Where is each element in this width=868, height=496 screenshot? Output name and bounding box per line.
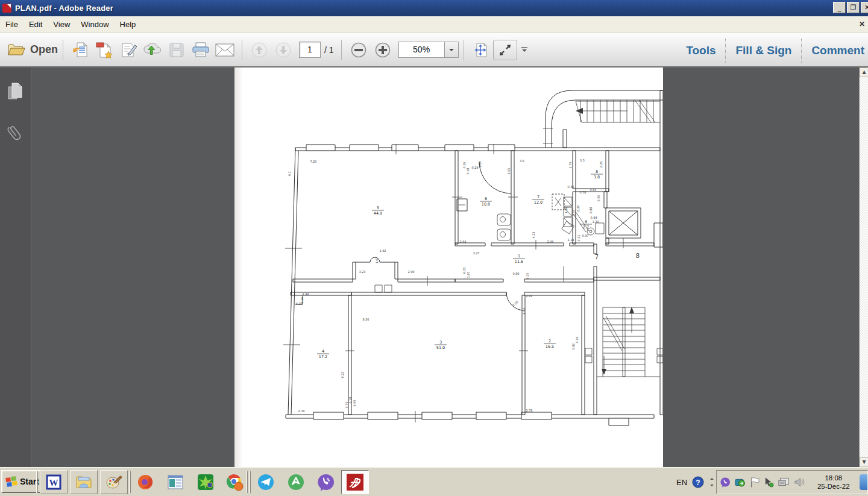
room-number-label: 8 (596, 169, 598, 174)
print-button[interactable] (189, 37, 213, 63)
taskbar-green-app-button[interactable] (282, 470, 310, 494)
dimension-label: 0.56 (597, 195, 600, 201)
full-screen-button[interactable] (493, 40, 517, 60)
toolbar: Open (0, 33, 868, 67)
folder-icon (75, 474, 92, 490)
save-button[interactable] (165, 37, 189, 63)
green-send-icon (287, 473, 305, 491)
dimension-label: 3.6 (520, 159, 524, 163)
expander-arrows-icon (709, 476, 715, 488)
page-number-input[interactable]: 1 (299, 42, 321, 58)
tray-clock[interactable]: 18:08 25-Dec-22 (813, 474, 854, 491)
pdf-page[interactable]: 544.9610.8712.083.892.7111.6417.2351.021… (234, 67, 663, 467)
tray-date: 25-Dec-22 (813, 482, 854, 491)
dimension-label: 6.1 (288, 171, 291, 176)
document-close-icon[interactable]: ✕ (859, 20, 867, 28)
zoom-dropdown-button[interactable] (444, 42, 459, 58)
menu-file[interactable]: File (0, 17, 24, 31)
export-pdf-icon (71, 41, 89, 59)
room-area-label: 44.9 (374, 211, 382, 216)
overflow-chevron-icon (521, 47, 528, 53)
taskbar-adobe-reader-button[interactable] (341, 470, 369, 494)
zoom-level-input[interactable]: 50% (398, 42, 444, 58)
dimension-label: 2.44 (302, 292, 309, 296)
elevator-shaft (606, 208, 663, 247)
scroll-up-icon[interactable]: ▲ (860, 67, 868, 77)
next-page-button[interactable] (271, 37, 295, 63)
menu-view[interactable]: View (48, 17, 75, 31)
taskbar-antivirus-button[interactable] (192, 470, 219, 494)
tray-network-icon[interactable] (735, 477, 745, 488)
tray-overflow-window-icon[interactable] (860, 474, 867, 490)
email-button[interactable] (213, 37, 237, 63)
vertical-scrollbar[interactable]: ▲ ▼ (859, 67, 868, 467)
taskbar-word-button[interactable]: W (40, 470, 68, 494)
scroll-down-icon[interactable]: ▼ (860, 457, 868, 467)
dimension-label: 0.65 (590, 188, 596, 192)
open-button[interactable]: Open (7, 37, 58, 63)
tray-display-icon[interactable] (778, 477, 790, 488)
menu-help[interactable]: Help (115, 17, 142, 31)
taskbar-explorer-button[interactable] (70, 470, 98, 494)
tray-viber-icon[interactable] (720, 477, 731, 488)
dimension-label: 0.20 (295, 302, 302, 306)
adobe-reader-icon (2, 4, 11, 13)
dimension-label: 0.92 (571, 343, 575, 350)
room-area-label: 2.7 (583, 225, 589, 230)
minimize-button[interactable]: _ (833, 2, 846, 13)
page-thumbnails-icon (6, 81, 25, 104)
taskbar-viber-button[interactable] (312, 470, 340, 494)
room-number-label: 7 (537, 195, 539, 199)
dimension-label: 2.35 (576, 205, 580, 212)
zoom-out-button[interactable] (347, 37, 371, 63)
print-icon (191, 41, 210, 59)
taskbar-app-window-button[interactable] (162, 470, 189, 494)
dimension-label: 0.98 (589, 207, 593, 213)
previous-page-button[interactable] (247, 37, 271, 63)
menu-edit[interactable]: Edit (24, 17, 48, 31)
tab-tools[interactable]: Tools (676, 44, 725, 57)
start-button[interactable]: Start (1, 470, 46, 493)
svg-text:W: W (49, 478, 58, 488)
title-bar: PLAN.pdf - Adobe Reader _ ❐ ✕ (0, 0, 868, 16)
taskbar-telegram-button[interactable] (252, 470, 280, 494)
close-button[interactable]: ✕ (861, 2, 868, 13)
zoom-in-button[interactable] (371, 37, 395, 63)
fit-page-button[interactable] (469, 37, 493, 63)
dimension-label: 0.15 (526, 272, 529, 279)
taskbar-paint-button[interactable] (100, 470, 128, 494)
cloud-upload-button[interactable] (140, 37, 165, 63)
tray-pointer-icon[interactable] (764, 477, 774, 488)
dimension-label: 0.44 (590, 216, 597, 219)
tray-expander-button[interactable] (709, 470, 715, 494)
room-area-label: 12.0 (534, 200, 542, 205)
dimension-label: 6.22 (341, 371, 344, 378)
export-pdf-button[interactable] (68, 37, 92, 63)
dimension-label: 0.5 (580, 159, 585, 162)
tray-flag-icon[interactable] (749, 476, 760, 488)
room-number-label: 3 (439, 340, 442, 345)
system-tray: 18:08 25-Dec-22 (716, 470, 868, 494)
tray-volume-icon[interactable] (794, 477, 805, 488)
save-icon (168, 42, 185, 58)
dimension-label: 3.55 (512, 300, 519, 307)
tab-fill-sign[interactable]: Fill & Sign (726, 44, 801, 57)
room-number-label: 6 (485, 196, 487, 201)
dimension-label: 0.18 (348, 397, 352, 403)
restore-button[interactable]: ❐ (847, 2, 860, 13)
sign-document-button[interactable] (116, 37, 140, 63)
menu-window[interactable]: Window (75, 17, 114, 31)
dimension-label: 1.75 (568, 162, 572, 168)
document-workspace: 544.9610.8712.083.892.7111.6417.2351.021… (0, 67, 868, 467)
page-up-icon (251, 42, 268, 58)
viber-icon (317, 473, 335, 491)
taskbar-chrome-button[interactable] (221, 470, 248, 494)
toolbar-overflow-button[interactable] (517, 37, 532, 63)
page-thumbnails-button[interactable] (6, 81, 25, 106)
create-pdf-button[interactable] (92, 37, 116, 63)
attachments-button[interactable] (6, 121, 25, 145)
language-indicator[interactable]: EN (676, 470, 687, 494)
tab-comment[interactable]: Comment (802, 44, 864, 57)
taskbar-firefox-button[interactable] (131, 470, 159, 494)
help-tray-button[interactable]: ? (692, 470, 704, 494)
